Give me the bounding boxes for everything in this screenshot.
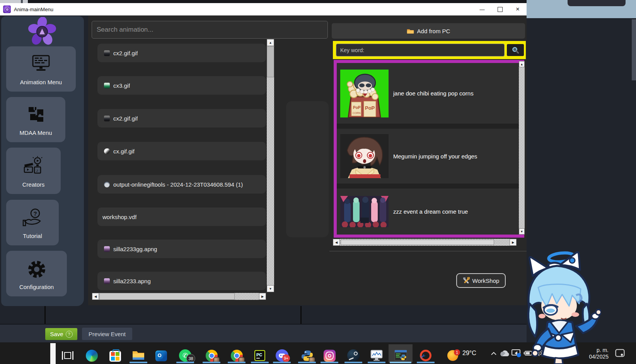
scroll-right-button[interactable]: ▶: [259, 293, 266, 300]
outlook-icon: [155, 350, 167, 361]
scroll-right-button[interactable]: ▶: [510, 239, 517, 246]
scroll-down-button[interactable]: ▼: [267, 285, 274, 292]
taskbar-app-python-console[interactable]: [392, 348, 409, 363]
divider-line: [300, 306, 302, 324]
horizontal-scroll-thumb[interactable]: [341, 240, 494, 245]
file-name: silla2233.apng: [113, 278, 151, 284]
instagram-icon: [324, 350, 336, 362]
tools-icon: [463, 277, 470, 284]
divider-line: [44, 306, 46, 324]
taskbar-app-snipping-tool[interactable]: ✂: [417, 348, 435, 363]
file-row[interactable]: workshop.vdf: [97, 208, 266, 226]
app-logo-icon: [3, 5, 11, 13]
file-name: output-onlinegiftools - 2024-12-23T03460…: [113, 181, 243, 188]
open-indicator: [298, 362, 316, 363]
tray-expand-button[interactable]: [488, 342, 500, 364]
file-row[interactable]: silla2233.apng: [97, 272, 266, 290]
thumbnail-megumin: [340, 134, 389, 178]
scroll-up-button[interactable]: ▲: [267, 39, 274, 46]
scroll-up-button[interactable]: ▲: [519, 61, 525, 67]
taskbar-app-discord[interactable]: 9+: [273, 348, 291, 363]
file-name: cx3.gif: [113, 82, 130, 89]
open-indicator: [176, 362, 194, 363]
file-thumbnail-icon: [104, 148, 110, 154]
taskbar-app-edge[interactable]: [83, 348, 101, 363]
notification-center-button[interactable]: [614, 342, 626, 364]
task-manager-icon: [370, 350, 383, 361]
taskbar-app-chrome-1[interactable]: [203, 348, 220, 363]
vertical-scroll-thumb[interactable]: [267, 46, 274, 77]
taskbar-edge-window: [50, 343, 56, 364]
file-row[interactable]: output-onlinegiftools - 2024-12-23T03460…: [97, 175, 266, 194]
maximize-button[interactable]: [491, 3, 509, 15]
file-thumbnail-icon: [104, 246, 110, 252]
workshop-item[interactable]: Megumin jumping off your edges: [337, 129, 521, 184]
close-button[interactable]: ×: [509, 3, 527, 15]
workshop-item[interactable]: zzz event a dream come true: [337, 189, 521, 235]
microsoft-store-icon: [109, 351, 121, 362]
taskbar-app-explorer[interactable]: [130, 348, 147, 363]
preview-pane: [286, 101, 329, 237]
panel-divider: [329, 251, 527, 252]
file-row[interactable]: cx3.gif: [97, 76, 266, 95]
sidebar-item-configuration[interactable]: Configuration: [6, 251, 67, 296]
keyword-input[interactable]: [336, 44, 505, 56]
scroll-left-button[interactable]: ◀: [92, 293, 99, 300]
python-console-icon: [394, 350, 407, 362]
cloud-icon: [500, 350, 510, 357]
weather-widget[interactable]: 1: [444, 348, 462, 363]
workshop-item[interactable]: PoP PoP CORN jane doe chibi eating pop c…: [337, 63, 521, 124]
search-animation-input[interactable]: [92, 21, 328, 39]
taskbar-app-task-manager[interactable]: [368, 348, 385, 363]
tray-onedrive[interactable]: [499, 342, 510, 364]
taskbar-app-whatsapp[interactable]: ✆ 38: [176, 348, 194, 363]
keyword-search-button[interactable]: [507, 44, 524, 56]
add-from-pc-button[interactable]: Add from PC: [332, 23, 525, 39]
file-row[interactable]: silla2233gg.apng: [97, 240, 266, 258]
file-row[interactable]: cx2.gif.gif: [97, 109, 266, 128]
workshop-vertical-scrollbar[interactable]: [519, 67, 525, 228]
maximize-icon: [498, 7, 503, 12]
taskview-button[interactable]: [59, 348, 77, 363]
file-row[interactable]: cx2.gif.gif: [97, 44, 266, 62]
preview-event-button[interactable]: Preview Event: [82, 328, 132, 340]
sidebar-item-creators[interactable]: ♪ Creators: [6, 148, 61, 194]
taskbar-app-instagram[interactable]: [321, 348, 338, 363]
open-indicator: [417, 362, 435, 363]
svg-text:♪: ♪: [36, 168, 38, 173]
taskbar-app-python[interactable]: [298, 348, 316, 363]
scroll-down-button[interactable]: ▼: [519, 228, 525, 235]
sidebar-item-mdaa-menu[interactable]: MDAA Menu: [6, 97, 65, 142]
save-button[interactable]: Save ?: [45, 328, 77, 340]
workshop-item-title: Megumin jumping off your edges: [393, 153, 477, 160]
svg-text:?: ?: [34, 210, 37, 217]
open-indicator: [344, 362, 362, 363]
scroll-left-button[interactable]: ◀: [333, 239, 340, 246]
open-indicator: [390, 362, 411, 363]
taskbar-app-store[interactable]: [106, 348, 124, 363]
creators-icon: ♪: [24, 156, 44, 175]
sidebar-item-tutorial[interactable]: ? Tutorial: [6, 200, 59, 245]
file-thumbnail-icon: [104, 116, 110, 121]
pycharm-icon: PC: [254, 350, 265, 361]
thumbnail-zzz-event: [340, 196, 389, 227]
file-thumbnail-icon: [104, 83, 110, 88]
minimize-button[interactable]: —: [473, 3, 491, 15]
file-name: silla2233gg.apng: [113, 246, 157, 252]
footer-bar: [0, 324, 527, 342]
mascot-arona[interactable]: [518, 246, 601, 364]
taskbar-app-outlook[interactable]: [152, 348, 170, 363]
taskbar-app-chrome-2[interactable]: [228, 348, 246, 363]
taskbar-app-steam[interactable]: [344, 348, 362, 363]
taskbar-app-pycharm[interactable]: PC: [251, 348, 269, 363]
sidebar-item-animation-menu[interactable]: Animation Menu: [6, 46, 76, 92]
open-indicator: [273, 362, 291, 363]
file-row[interactable]: cx.gif.gif: [97, 142, 266, 160]
weather-temperature[interactable]: 29°C: [462, 350, 476, 357]
sidebar: Animation Menu MDAA Menu: [1, 16, 84, 306]
horizontal-scroll-thumb[interactable]: [99, 293, 235, 300]
background-scrollbar-strip: [632, 19, 636, 80]
workshop-button[interactable]: WorkShop: [456, 273, 506, 288]
tutorial-icon: ?: [22, 208, 43, 228]
file-explorer-icon: [132, 350, 145, 361]
